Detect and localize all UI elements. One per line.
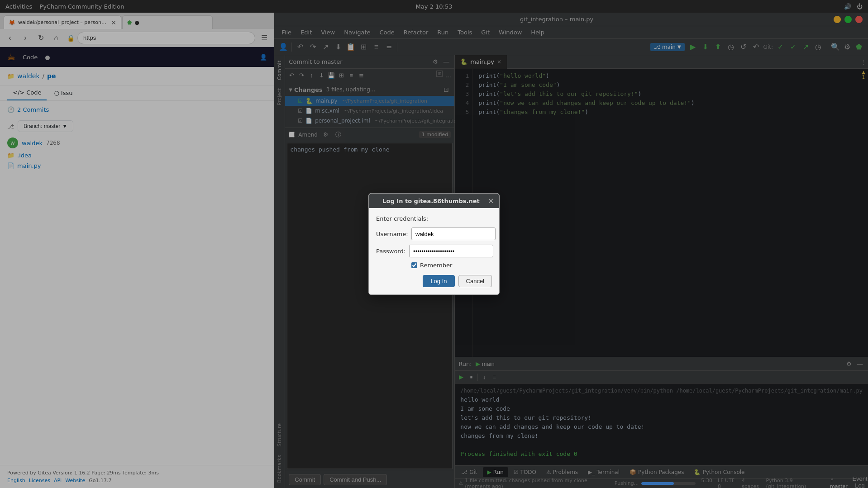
dialog-body: Enter credentials: Username: Password: R… [369,208,499,294]
remember-row: Remember [411,262,492,269]
dialog-titlebar: Log In to gitea.86thumbs.net ✕ [369,194,499,208]
dialog-subtitle: Enter credentials: [376,215,492,222]
username-input[interactable] [411,227,496,240]
dialog-close-button[interactable]: ✕ [488,197,494,205]
remember-label: Remember [420,262,452,269]
password-input[interactable] [409,245,493,257]
login-button[interactable]: Log In [423,275,454,287]
username-label: Username: [376,231,408,237]
remember-checkbox[interactable] [411,262,417,268]
dialog-overlay: Log In to gitea.86thumbs.net ✕ Enter cre… [0,0,868,488]
password-field-row: Password: [376,245,492,257]
username-field-row: Username: [376,227,492,240]
password-label: Password: [376,248,405,255]
login-dialog: Log In to gitea.86thumbs.net ✕ Enter cre… [368,193,500,295]
dialog-title-text: Log In to gitea.86thumbs.net [374,198,488,204]
cancel-button[interactable]: Cancel [458,275,492,287]
dialog-buttons-row: Log In Cancel [376,275,492,287]
